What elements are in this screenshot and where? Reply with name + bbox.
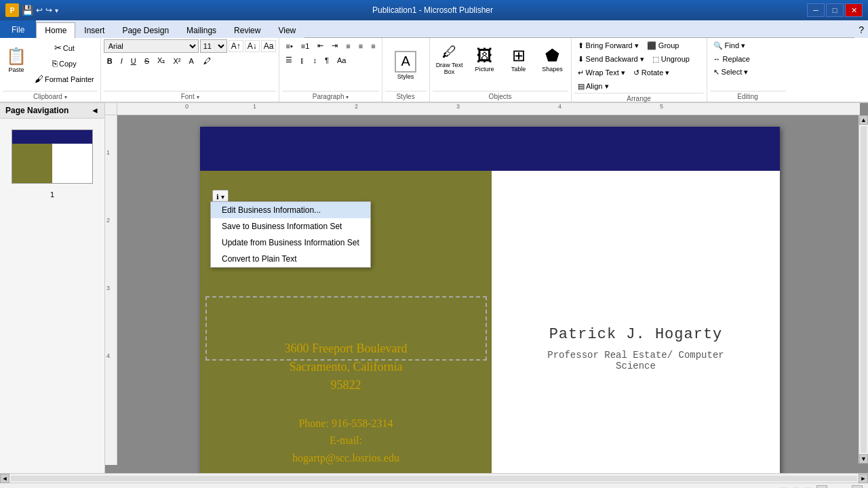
help-button[interactable]: ? (854, 22, 868, 38)
context-dropdown-menu[interactable]: Edit Business Information... Save to Bus… (210, 201, 371, 268)
pub-left-panel: ℹ ▾ Edit Business Information... Save to… (200, 171, 492, 473)
justify-button[interactable]: ☰ (282, 54, 296, 66)
replace-button[interactable]: ↔ Replace (710, 53, 753, 65)
numbered-list-button[interactable]: ≡1 (298, 40, 313, 52)
picture-button[interactable]: 🖼 Picture (469, 39, 500, 79)
draw-text-box-icon: 🖊 (442, 43, 457, 61)
indent-increase-button[interactable]: ⇥ (328, 39, 341, 52)
zoom-control: − 250% + (816, 485, 863, 489)
font-size-select[interactable]: 11 (200, 39, 227, 53)
format-painter-button[interactable]: 🖌 Format Painter (31, 72, 98, 86)
decrease-font-button[interactable]: A↓ (245, 40, 260, 52)
pub-top-bar (200, 127, 780, 171)
ungroup-button[interactable]: ⬚ Ungroup (649, 53, 693, 66)
font-name-select[interactable]: Arial (104, 39, 199, 53)
styles-button[interactable]: A Styles (391, 45, 420, 85)
bold-button[interactable]: B (104, 55, 116, 67)
window-controls[interactable]: ─ □ ✕ (807, 3, 863, 17)
bullet-list-button[interactable]: ≡• (282, 40, 296, 52)
copy-button[interactable]: ⎘ Copy (31, 56, 98, 70)
maximize-button[interactable]: □ (826, 3, 844, 17)
rotate-button[interactable]: ↺ Rotate ▾ (630, 66, 673, 79)
main-layout: Page Navigation ◄ 1 0 1 2 3 4 (0, 103, 868, 473)
close-button[interactable]: ✕ (845, 3, 863, 17)
align-left-button[interactable]: ≡ (342, 40, 353, 52)
vertical-scrollbar[interactable]: ▲ ▼ (859, 115, 868, 464)
columns-button[interactable]: ⫿ (297, 54, 308, 66)
arrange-group: ⬆ Bring Forward ▾ ⬛ Group ⬇ Send Backwar… (572, 38, 707, 102)
typography-button[interactable]: Aa (334, 54, 349, 66)
group-button[interactable]: ⬛ Group (644, 39, 683, 52)
show-formatting-button[interactable]: ¶ (321, 54, 332, 66)
subscript-button[interactable]: X₂ (154, 54, 168, 67)
send-backward-button[interactable]: ⬇ Send Backward ▾ (574, 53, 648, 66)
select-button[interactable]: ↖ Select ▾ (710, 66, 752, 79)
tab-page-design[interactable]: Page Design (113, 22, 178, 38)
superscript-button[interactable]: X² (170, 55, 184, 67)
zoom-out-button[interactable]: − (816, 485, 827, 489)
scroll-thumb[interactable] (861, 126, 867, 453)
menu-item-convert-plain-text[interactable]: Convert to Plain Text (211, 251, 370, 267)
scroll-right-button[interactable]: ► (859, 474, 868, 483)
indent-decrease-button[interactable]: ⇤ (314, 39, 327, 52)
increase-font-button[interactable]: A↑ (229, 40, 243, 52)
canvas-area[interactable]: 0 1 2 3 4 5 1 2 3 4 (105, 103, 868, 473)
align-button[interactable]: ▤ Align ▾ (574, 80, 612, 93)
minimize-button[interactable]: ─ (807, 3, 825, 17)
shapes-icon: ⬟ (545, 46, 559, 65)
redo-button[interactable]: ↪ (45, 5, 52, 15)
vertical-ruler: 1 2 3 4 (105, 115, 117, 465)
tab-review[interactable]: Review (225, 22, 269, 38)
draw-text-box-button[interactable]: 🖊 Draw TextBox (433, 39, 467, 79)
pub-person-name: Patrick J. Hogarty (549, 326, 723, 343)
align-center-button[interactable]: ≡ (355, 40, 366, 52)
bring-forward-button[interactable]: ⬆ Bring Forward ▾ (574, 39, 642, 52)
arrange-label: Arrange (574, 93, 704, 102)
editing-group: 🔍 Find ▾ ↔ Replace ↖ Select ▾ Editing (707, 38, 789, 102)
thumb-left-panel (12, 144, 52, 184)
table-button[interactable]: ⊞ Table (503, 39, 534, 79)
change-case-button[interactable]: Aa (261, 40, 277, 52)
page-thumbnail-1[interactable] (12, 129, 93, 184)
scroll-left-button[interactable]: ◄ (0, 474, 9, 483)
pub-person-title: Professor Real Estate/ Computer Science (547, 350, 724, 371)
menu-item-edit-business-info[interactable]: Edit Business Information... (211, 202, 370, 218)
tab-mailings[interactable]: Mailings (178, 22, 225, 38)
scroll-down-button[interactable]: ▼ (859, 454, 868, 464)
cut-button[interactable]: ✂ Cut (31, 41, 98, 55)
align-right-button[interactable]: ≡ (368, 40, 378, 52)
h-scroll-thumb[interactable] (11, 476, 857, 481)
highlight-button[interactable]: 🖍 (200, 55, 214, 67)
undo-button[interactable]: ↩ (36, 5, 43, 15)
editing-label: Editing (710, 91, 786, 100)
line-spacing-button[interactable]: ↕ (309, 54, 320, 66)
horizontal-scrollbar[interactable]: ◄ ► (0, 473, 868, 483)
tab-view[interactable]: View (269, 22, 304, 38)
table-icon: ⊞ (512, 46, 526, 65)
strikethrough-button[interactable]: S (141, 55, 153, 67)
cut-icon: ✂ (54, 43, 62, 53)
window-title: Publication1 - Microsoft Publisher (58, 5, 807, 15)
menu-item-save-business-info[interactable]: Save to Business Information Set (211, 218, 370, 235)
quick-access-toolbar[interactable]: P 💾 ↩ ↪ ▾ (5, 3, 58, 17)
publication-page[interactable]: ℹ ▾ Edit Business Information... Save to… (200, 127, 780, 473)
menu-item-update-business-info[interactable]: Update from Business Information Set (211, 235, 370, 251)
tab-file[interactable]: File (0, 20, 36, 38)
clipboard-label: Clipboard ▾ (3, 91, 98, 100)
tab-home[interactable]: Home (36, 22, 75, 39)
wrap-text-button[interactable]: ↵ Wrap Text ▾ (574, 66, 629, 79)
scroll-up-button[interactable]: ▲ (859, 115, 868, 125)
save-button[interactable]: 💾 (22, 5, 33, 16)
picture-icon: 🖼 (477, 46, 493, 65)
zoom-in-button[interactable]: + (852, 485, 863, 489)
shapes-button[interactable]: ⬟ Shapes (537, 39, 568, 79)
underline-button[interactable]: U (127, 55, 140, 67)
italic-button[interactable]: I (117, 55, 126, 67)
font-color-button[interactable]: A (185, 55, 198, 67)
pub-phone: Phone: 916-558-2314 (292, 415, 399, 432)
format-painter-icon: 🖌 (35, 74, 43, 84)
sidebar-collapse-button[interactable]: ◄ (91, 106, 99, 115)
find-button[interactable]: 🔍 Find ▾ (710, 39, 749, 52)
paste-button[interactable]: 📋 Paste (3, 40, 30, 79)
tab-insert[interactable]: Insert (75, 22, 113, 38)
